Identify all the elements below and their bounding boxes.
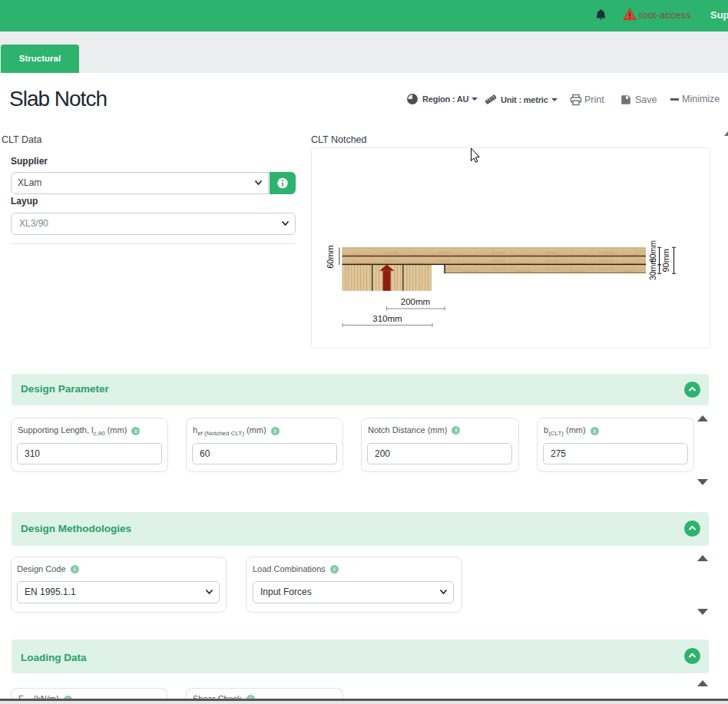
svg-text:310mm: 310mm xyxy=(372,314,402,323)
svg-text:30mm: 30mm xyxy=(648,258,657,280)
svg-text:200mm: 200mm xyxy=(401,297,430,306)
svg-text:60mm: 60mm xyxy=(326,245,335,269)
svg-text:90mm: 90mm xyxy=(661,249,670,273)
